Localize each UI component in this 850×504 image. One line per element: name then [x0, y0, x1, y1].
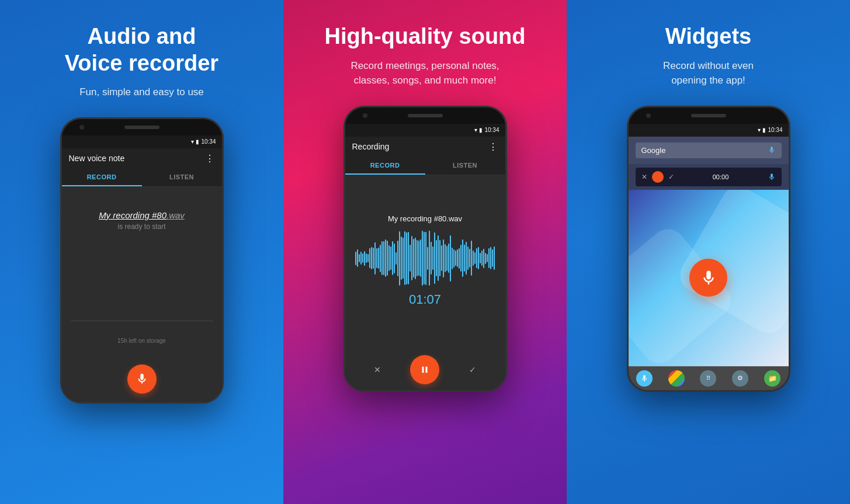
status-time-right: 10:34	[768, 127, 782, 133]
google-mic-icon	[768, 146, 776, 154]
battery-icon-right: ▮	[762, 127, 766, 133]
app-dock: ⠿ ⚙ 📁	[629, 367, 789, 390]
wifi-icon-right: ▾	[758, 127, 761, 133]
listen-tab[interactable]: LISTEN	[142, 169, 222, 186]
status-time: 10:34	[201, 138, 216, 145]
home-mic-widget-button[interactable]	[689, 259, 727, 297]
right-panel: Widgets Record without evenopening the a…	[567, 0, 850, 504]
divider	[71, 321, 213, 321]
recording-timer: 01:07	[409, 292, 441, 307]
recording-filename: My recording #80.wav	[99, 210, 185, 220]
widget-mic-icon	[768, 173, 776, 181]
app-header-center: Recording ⋮	[345, 137, 505, 157]
status-bar: ▾ ▮ 10:34	[62, 135, 222, 148]
screen-content-center: My recording #80.wav 01:07	[345, 175, 505, 349]
recording-ext: .wav	[166, 210, 185, 220]
center-panel-title: High-quality sound	[324, 23, 525, 50]
cancel-button-center[interactable]: ✕	[369, 361, 386, 378]
phone-speaker-right	[691, 114, 726, 117]
record-button[interactable]	[127, 364, 157, 394]
google-logo: Google	[641, 146, 666, 155]
more-options-icon-center[interactable]: ⋮	[488, 141, 498, 152]
right-phone-mockup: ▾ ▮ 10:34 Google ✕ ✓	[627, 106, 790, 392]
app-header: New voice note ⋮	[62, 148, 222, 169]
widget-cancel-icon: ✕	[641, 173, 647, 181]
dock-mic-button[interactable]	[636, 370, 653, 387]
dock-chrome-button[interactable]	[668, 370, 685, 387]
storage-info: 15h left on storage	[117, 338, 166, 344]
left-panel-subtitle: Fun, simple and easy to use	[79, 85, 204, 100]
left-phone-mockup: ▾ ▮ 10:34 New voice note ⋮ RECORD LISTEN…	[60, 117, 224, 404]
app-title-left: New voice note	[69, 154, 125, 163]
recorder-widget[interactable]: ✕ ✓ 00:00	[636, 168, 782, 186]
recording-name-text: My recording #80	[99, 210, 166, 220]
pause-icon	[419, 364, 430, 375]
wifi-icon-center: ▾	[474, 127, 477, 133]
widget-confirm-icon: ✓	[668, 173, 674, 181]
center-panel: High-quality sound Record meetings, pers…	[283, 0, 567, 504]
phone-speaker	[124, 126, 159, 129]
pause-button[interactable]	[410, 355, 439, 384]
more-options-icon[interactable]: ⋮	[205, 153, 215, 164]
mic-icon	[136, 373, 148, 385]
confirm-button-center[interactable]: ✓	[464, 361, 481, 378]
right-panel-subtitle: Record without evenopening the app!	[663, 58, 754, 88]
status-icons: ▾ ▮ 10:34	[191, 138, 216, 145]
wifi-icon: ▾	[191, 138, 194, 145]
screen-content-left: My recording #80.wav is ready to start 1…	[62, 187, 222, 353]
dock-mic-icon	[640, 374, 648, 383]
ready-status: is ready to start	[117, 223, 165, 231]
phone-camera	[79, 125, 84, 130]
status-time-center: 10:34	[484, 127, 499, 133]
center-panel-subtitle: Record meetings, personal notes,classes,…	[351, 58, 499, 88]
widget-timer: 00:00	[679, 173, 763, 180]
dock-files-button[interactable]: 📁	[764, 370, 780, 387]
widget-record-dot	[652, 171, 664, 183]
home-mic-icon	[700, 269, 717, 287]
battery-icon-center: ▮	[479, 127, 483, 133]
listen-tab-center[interactable]: LISTEN	[425, 157, 505, 175]
status-icons-center: ▾ ▮ 10:34	[474, 127, 499, 133]
battery-icon: ▮	[196, 138, 199, 145]
left-panel: Audio andVoice recorder Fun, simple and …	[0, 0, 283, 504]
left-panel-title: Audio andVoice recorder	[65, 23, 218, 77]
phone-speaker-center	[408, 114, 443, 117]
status-icons-right: ▾ ▮ 10:34	[758, 127, 782, 133]
record-tab-center[interactable]: RECORD	[345, 157, 425, 175]
tabs-bar: RECORD LISTEN	[62, 169, 222, 187]
bottom-controls: ✕ ✓	[345, 349, 505, 390]
phone-top-bar	[62, 119, 222, 135]
tabs-bar-center: RECORD LISTEN	[345, 157, 505, 175]
status-bar-right: ▾ ▮ 10:34	[629, 124, 789, 137]
record-tab[interactable]: RECORD	[62, 169, 142, 186]
app-title-center: Recording	[352, 142, 390, 151]
phone-camera-right	[646, 113, 651, 118]
google-search-bar[interactable]: Google	[636, 142, 782, 158]
right-panel-title: Widgets	[665, 23, 751, 50]
phone-top-bar-right	[629, 107, 789, 124]
phone-top-bar-center	[345, 107, 505, 124]
status-bar-center: ▾ ▮ 10:34	[345, 124, 505, 137]
center-phone-mockup: ▾ ▮ 10:34 Recording ⋮ RECORD LISTEN My r…	[344, 106, 507, 392]
recording-name-center: My recording #80.wav	[388, 214, 462, 223]
phone-camera-center	[363, 113, 367, 118]
dock-settings-button[interactable]: ⚙	[732, 370, 748, 387]
home-screen	[629, 190, 789, 366]
waveform-display	[351, 229, 499, 287]
dock-apps-button[interactable]: ⠿	[700, 370, 716, 387]
